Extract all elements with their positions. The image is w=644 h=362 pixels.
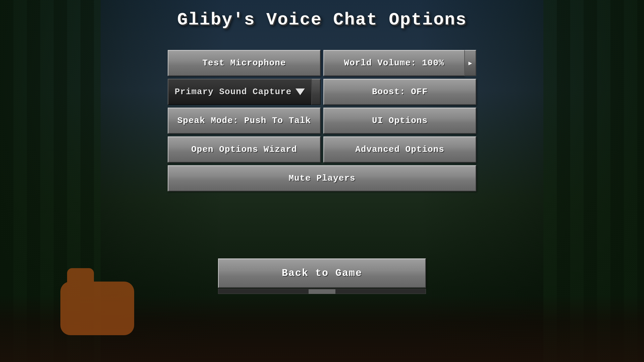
back-button-container: Back to Game: [218, 258, 426, 294]
world-volume-button[interactable]: World Volume: 100%: [323, 50, 464, 76]
page-title: Gliby's Voice Chat Options: [177, 10, 467, 30]
test-microphone-button[interactable]: Test Microphone: [168, 50, 321, 76]
primary-sound-wrapper: Primary Sound Capture: [168, 79, 321, 105]
primary-sound-slider[interactable]: [311, 79, 321, 105]
back-to-game-button[interactable]: Back to Game: [218, 258, 426, 288]
boost-button[interactable]: Boost: OFF: [323, 79, 476, 105]
advanced-options-button[interactable]: Advanced Options: [323, 136, 476, 163]
open-options-wizard-button[interactable]: Open Options Wizard: [168, 136, 321, 163]
main-container: Gliby's Voice Chat Options Test Micropho…: [0, 0, 644, 362]
options-grid: Test Microphone World Volume: 100% ▶ Pri…: [168, 50, 476, 191]
mute-players-button[interactable]: Mute Players: [168, 165, 476, 191]
scrollbar[interactable]: [218, 289, 426, 294]
speak-mode-button[interactable]: Speak Mode: Push To Talk: [168, 108, 321, 134]
dropdown-arrow-icon: [296, 88, 305, 95]
ui-options-button[interactable]: UI Options: [323, 108, 476, 134]
scrollbar-thumb: [309, 289, 335, 294]
world-volume-arrow[interactable]: ▶: [464, 50, 476, 76]
primary-sound-label: Primary Sound Capture: [175, 87, 292, 97]
primary-sound-capture-button[interactable]: Primary Sound Capture: [168, 79, 311, 105]
world-volume-wrapper: World Volume: 100% ▶: [323, 50, 476, 76]
